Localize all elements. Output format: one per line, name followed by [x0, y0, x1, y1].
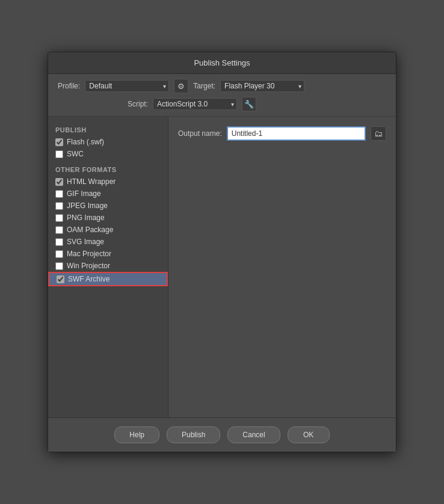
script-row: Script: ActionScript 3.0 🔧 [58, 97, 386, 111]
output-name-row: Output name: 🗂 [178, 126, 386, 141]
swf-archive-checkbox[interactable] [57, 275, 64, 283]
profile-select-wrapper: Default [85, 80, 169, 92]
sidebar-item-html-wrapper[interactable]: HTML Wrapper [48, 176, 168, 188]
win-projector-checkbox[interactable] [55, 262, 63, 270]
jpeg-image-checkbox[interactable] [55, 202, 63, 210]
swf-archive-label: SWF Archive [68, 275, 109, 283]
swc-label: SWC [67, 150, 84, 158]
gif-image-label: GIF Image [67, 189, 101, 198]
toolbar-rows: Profile: Default ⚙ Target: Flash Player … [58, 79, 386, 111]
publish-settings-dialog: Publish Settings Profile: Default ⚙ Targ… [48, 52, 396, 452]
sidebar-item-mac-projector[interactable]: Mac Projector [48, 248, 168, 260]
flash-swf-checkbox[interactable] [55, 138, 63, 146]
jpeg-image-label: JPEG Image [67, 201, 108, 210]
sidebar-item-oam-package[interactable]: OAM Package [48, 224, 168, 236]
target-label: Target: [193, 82, 215, 90]
png-image-checkbox[interactable] [55, 214, 63, 222]
sidebar: PUBLISH Flash (.swf) SWC OTHER FORMATS H… [48, 117, 168, 417]
gear-button[interactable]: ⚙ [174, 79, 188, 93]
output-name-label: Output name: [178, 129, 222, 138]
sidebar-item-swf-archive[interactable]: SWF Archive [48, 272, 168, 286]
wrench-button[interactable]: 🔧 [242, 97, 256, 111]
gif-image-checkbox[interactable] [55, 190, 63, 198]
svg-image-label: SVG Image [67, 238, 104, 246]
profile-select[interactable]: Default [85, 80, 169, 92]
profile-row: Profile: Default ⚙ Target: Flash Player … [58, 79, 386, 93]
mac-projector-label: Mac Projector [67, 250, 111, 258]
sidebar-item-swc[interactable]: SWC [48, 148, 168, 160]
other-formats-section-label: OTHER FORMATS [48, 164, 168, 176]
sidebar-item-svg-image[interactable]: SVG Image [48, 236, 168, 248]
html-wrapper-checkbox[interactable] [55, 178, 63, 186]
flash-swf-label: Flash (.swf) [67, 138, 104, 146]
publish-section-label: PUBLISH [48, 124, 168, 136]
help-button[interactable]: Help [114, 426, 159, 443]
sidebar-item-jpeg-image[interactable]: JPEG Image [48, 200, 168, 212]
bottom-bar: Help Publish Cancel OK [48, 417, 396, 452]
oam-package-checkbox[interactable] [55, 226, 63, 234]
script-label: Script: [128, 100, 148, 108]
oam-package-label: OAM Package [67, 226, 113, 234]
script-select-wrapper: ActionScript 3.0 [153, 98, 237, 110]
script-select[interactable]: ActionScript 3.0 [153, 98, 237, 110]
swc-checkbox[interactable] [55, 150, 63, 158]
output-name-input[interactable] [227, 126, 366, 141]
win-projector-label: Win Projector [67, 262, 110, 270]
folder-button[interactable]: 🗂 [371, 126, 386, 141]
profile-label: Profile: [58, 82, 80, 90]
dialog-title: Publish Settings [48, 52, 396, 74]
sidebar-item-win-projector[interactable]: Win Projector [48, 260, 168, 272]
title-text: Publish Settings [194, 58, 250, 67]
publish-button[interactable]: Publish [167, 426, 220, 443]
target-select[interactable]: Flash Player 30 [220, 80, 304, 92]
content-area: Output name: 🗂 [168, 117, 396, 417]
ok-button[interactable]: OK [288, 426, 330, 443]
sidebar-item-flash-swf[interactable]: Flash (.swf) [48, 136, 168, 148]
main-area: PUBLISH Flash (.swf) SWC OTHER FORMATS H… [48, 117, 396, 417]
html-wrapper-label: HTML Wrapper [67, 177, 116, 186]
png-image-label: PNG Image [67, 214, 105, 222]
mac-projector-checkbox[interactable] [55, 250, 63, 258]
sidebar-item-gif-image[interactable]: GIF Image [48, 188, 168, 200]
sidebar-item-png-image[interactable]: PNG Image [48, 212, 168, 224]
toolbar: Profile: Default ⚙ Target: Flash Player … [48, 74, 396, 117]
svg-image-checkbox[interactable] [55, 238, 63, 246]
cancel-button[interactable]: Cancel [227, 426, 280, 443]
target-select-wrapper: Flash Player 30 [220, 80, 304, 92]
